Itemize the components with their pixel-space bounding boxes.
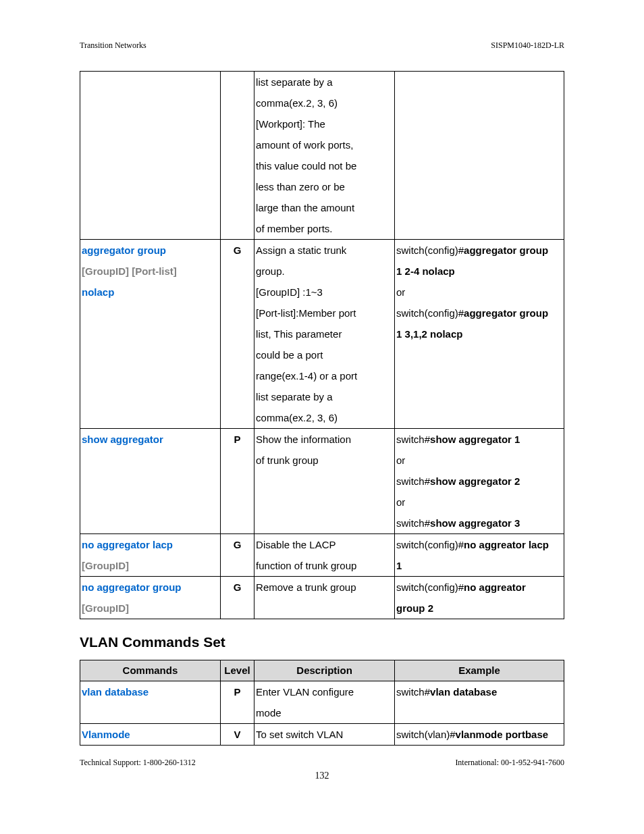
page: Transition Networks SISPM1040-182D-LR li… bbox=[0, 0, 644, 808]
example-cell: switch(config)#no aggreator lacp 1 bbox=[395, 534, 564, 576]
example-cell: switch(vlan)#vlanmode portbase bbox=[395, 724, 564, 745]
table-row: list separate by a comma(ex.2, 3, 6) [Wo… bbox=[80, 72, 564, 240]
description-cell: To set switch VLAN bbox=[254, 724, 394, 745]
command-cell: vlan database bbox=[80, 681, 220, 702]
example-cell: switch(config)#no aggreator group 2 bbox=[395, 577, 564, 619]
page-footer: Technical Support: 1-800-260-1312 Intern… bbox=[80, 758, 564, 768]
command-cell: no aggregator group [GroupID] bbox=[80, 577, 220, 619]
col-header-level: Level bbox=[221, 660, 254, 681]
example-cell: switch#vlan database bbox=[395, 681, 564, 702]
example-cell: switch#show aggregator 1 or switch#show … bbox=[395, 429, 564, 533]
level-cell: G bbox=[221, 534, 254, 555]
commands-table-continued: list separate by a comma(ex.2, 3, 6) [Wo… bbox=[80, 71, 564, 619]
command-cell: no aggregator lacp [GroupID] bbox=[80, 534, 220, 576]
description-cell: Enter VLAN configure mode bbox=[254, 681, 394, 723]
description-cell: Disable the LACP function of trunk group bbox=[254, 534, 394, 576]
header-left: Transition Networks bbox=[80, 41, 146, 51]
table-row: Vlanmode V To set switch VLAN switch(vla… bbox=[80, 724, 564, 746]
table-row: show aggregator P Show the information o… bbox=[80, 429, 564, 534]
description-cell: Remove a trunk group bbox=[254, 577, 394, 598]
level-cell: P bbox=[221, 429, 254, 450]
example-cell: switch(config)#aggregator group 1 2-4 no… bbox=[395, 240, 564, 344]
footer-left: Technical Support: 1-800-260-1312 bbox=[80, 758, 196, 768]
command-cell: show aggregator bbox=[80, 429, 220, 450]
col-header-commands: Commands bbox=[80, 660, 220, 681]
table-row: no aggregator group [GroupID] G Remove a… bbox=[80, 577, 564, 619]
page-number: 132 bbox=[80, 771, 564, 781]
table-row: vlan database P Enter VLAN configure mod… bbox=[80, 681, 564, 724]
table-row: aggregator group [GroupID] [Port-list] n… bbox=[80, 240, 564, 429]
col-header-description: Description bbox=[254, 660, 394, 681]
description-cell: Assign a static trunk group. [GroupID] :… bbox=[254, 240, 394, 428]
table-row: no aggregator lacp [GroupID] G Disable t… bbox=[80, 534, 564, 577]
footer-right: International: 00-1-952-941-7600 bbox=[455, 758, 564, 768]
header-right: SISPM1040-182D-LR bbox=[491, 41, 564, 51]
level-cell: G bbox=[221, 240, 254, 261]
description-cell: list separate by a comma(ex.2, 3, 6) [Wo… bbox=[254, 72, 394, 239]
command-cell: aggregator group [GroupID] [Port-list] n… bbox=[80, 240, 220, 303]
col-header-example: Example bbox=[395, 660, 564, 681]
level-cell: V bbox=[221, 724, 254, 745]
level-cell: P bbox=[221, 681, 254, 702]
level-cell: G bbox=[221, 577, 254, 598]
description-cell: Show the information of trunk group bbox=[254, 429, 394, 471]
page-header: Transition Networks SISPM1040-182D-LR bbox=[80, 41, 564, 51]
section-heading: VLAN Commands Set bbox=[80, 634, 564, 650]
table-header-row: Commands Level Description Example bbox=[80, 660, 564, 681]
vlan-commands-table: Commands Level Description Example vlan … bbox=[80, 660, 564, 746]
command-cell: Vlanmode bbox=[80, 724, 220, 745]
